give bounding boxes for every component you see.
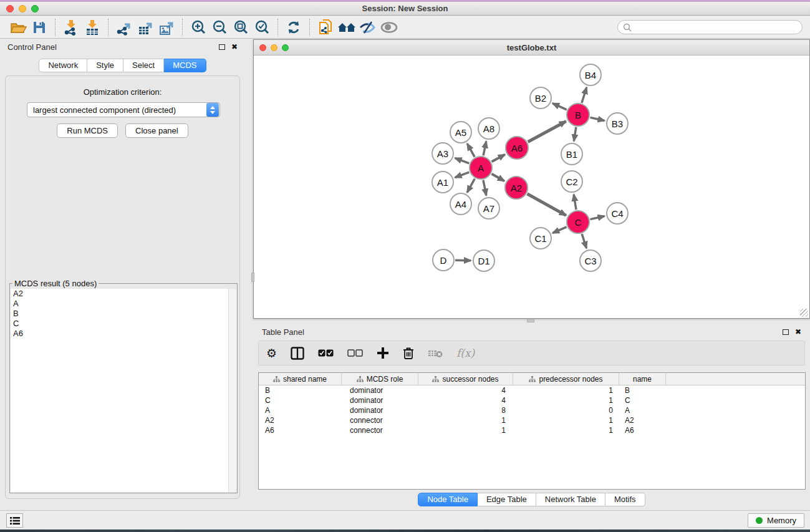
- table-row[interactable]: Cdominator41C: [259, 395, 805, 405]
- graph-edge-A-A4[interactable]: [467, 179, 475, 193]
- minimize-window-button[interactable]: [19, 5, 26, 12]
- task-history-button[interactable]: [6, 513, 23, 528]
- column-header-successor-nodes[interactable]: successor nodes: [418, 373, 513, 385]
- export-table-button[interactable]: [135, 18, 156, 37]
- memory-button[interactable]: Memory: [748, 513, 804, 528]
- graph-node-C3[interactable]: C3: [579, 249, 602, 272]
- graph-node-A2[interactable]: A2: [504, 176, 528, 200]
- result-list-item[interactable]: A6: [11, 329, 236, 339]
- table-row[interactable]: Bdominator41B: [259, 385, 805, 395]
- network-window-titlebar[interactable]: testGlobe.txt: [254, 40, 809, 56]
- tab-node-table[interactable]: Node Table: [418, 493, 478, 506]
- float-table-panel-icon[interactable]: [783, 329, 789, 335]
- save-session-button[interactable]: [29, 18, 50, 37]
- search-input[interactable]: [635, 23, 797, 32]
- unselect-all-columns-icon[interactable]: [347, 349, 363, 357]
- zoom-in-button[interactable]: [188, 18, 209, 37]
- graph-edge-A-A3[interactable]: [455, 158, 470, 163]
- graph-edge-B-B3[interactable]: [591, 117, 605, 120]
- tab-mcds[interactable]: MCDS: [164, 59, 206, 72]
- maximize-network-window-button[interactable]: [282, 44, 289, 51]
- table-row[interactable]: A6connector11A6: [259, 425, 805, 435]
- graph-edge-B-B4[interactable]: [582, 87, 587, 103]
- tab-select[interactable]: Select: [123, 59, 164, 72]
- search-field[interactable]: [617, 20, 803, 34]
- close-panel-button[interactable]: Close panel: [125, 123, 188, 138]
- zoom-selected-button[interactable]: [251, 18, 272, 37]
- graph-edge-A-A6[interactable]: [492, 155, 505, 162]
- table-options-gear-icon[interactable]: ⚙: [266, 347, 277, 359]
- result-list-item[interactable]: B: [11, 309, 236, 319]
- column-header-predecessor-nodes[interactable]: predecessor nodes: [513, 373, 619, 385]
- graph-edge-A-A1[interactable]: [455, 172, 470, 178]
- graph-edge-C-C2[interactable]: [574, 195, 576, 210]
- graph-node-D1[interactable]: D1: [473, 249, 495, 272]
- graph-edge-C-C3[interactable]: [582, 234, 586, 248]
- graph-edge-B-B2[interactable]: [552, 104, 567, 110]
- tab-network-table[interactable]: Network Table: [536, 493, 605, 506]
- delete-columns-icon[interactable]: [403, 347, 414, 360]
- open-session-button[interactable]: [7, 18, 29, 37]
- graph-node-B1[interactable]: B1: [561, 143, 583, 165]
- show-panel-button[interactable]: [378, 18, 400, 37]
- result-list-item[interactable]: A: [11, 299, 236, 309]
- zoom-fit-button[interactable]: [230, 18, 251, 37]
- refresh-button[interactable]: [283, 18, 304, 37]
- column-header-name[interactable]: name: [619, 373, 666, 385]
- close-table-panel-icon[interactable]: ✖: [795, 328, 801, 336]
- home-button[interactable]: [336, 18, 357, 37]
- float-panel-icon[interactable]: [219, 44, 225, 50]
- graph-node-B4[interactable]: B4: [579, 64, 602, 86]
- graph-node-A6[interactable]: A6: [505, 136, 529, 160]
- graph-node-C[interactable]: C: [566, 210, 590, 234]
- criterion-select[interactable]: largest connected component (directed): [27, 102, 220, 117]
- graph-node-A1[interactable]: A1: [432, 171, 454, 193]
- delete-table-icon[interactable]: [428, 349, 443, 358]
- graph-edge-B-B1[interactable]: [574, 127, 576, 142]
- graph-edge-C-C1[interactable]: [552, 227, 566, 233]
- graph-edge-A-A2[interactable]: [491, 174, 504, 181]
- run-mcds-button[interactable]: Run MCDS: [57, 123, 118, 138]
- graph-node-C1[interactable]: C1: [529, 227, 552, 249]
- graph-node-B3[interactable]: B3: [606, 112, 629, 135]
- graph-edge-A2-C[interactable]: [527, 194, 566, 216]
- graph-node-A3[interactable]: A3: [432, 142, 454, 165]
- horizontal-splitter-handle[interactable]: [527, 319, 534, 322]
- graph-edge-A-A8[interactable]: [483, 142, 486, 156]
- show-columns-icon[interactable]: [291, 347, 304, 360]
- result-list-item[interactable]: A2: [11, 289, 236, 299]
- graph-node-C2[interactable]: C2: [561, 170, 583, 193]
- vertical-splitter-handle[interactable]: [251, 273, 254, 282]
- result-list-item[interactable]: C: [11, 319, 236, 329]
- import-table-button[interactable]: [82, 18, 103, 37]
- graph-edge-C-C4[interactable]: [591, 216, 605, 220]
- graph-node-B2[interactable]: B2: [529, 87, 552, 109]
- graph-node-A8[interactable]: A8: [478, 117, 500, 140]
- minimize-network-window-button[interactable]: [271, 44, 277, 51]
- close-network-window-button[interactable]: [259, 44, 266, 51]
- import-network-button[interactable]: [60, 18, 82, 37]
- export-network-button[interactable]: [113, 18, 135, 37]
- hide-panel-button[interactable]: [357, 18, 378, 37]
- close-panel-icon[interactable]: ✖: [231, 43, 238, 51]
- function-builder-icon[interactable]: f(x): [456, 347, 475, 359]
- tab-network[interactable]: Network: [39, 59, 87, 72]
- zoom-out-button[interactable]: [209, 18, 230, 37]
- graph-edge-A6-B[interactable]: [528, 121, 566, 142]
- close-window-button[interactable]: [6, 5, 14, 12]
- column-header-MCDS-role[interactable]: MCDS role: [342, 373, 418, 385]
- export-image-button[interactable]: [156, 18, 177, 37]
- graph-node-C4[interactable]: C4: [606, 202, 629, 225]
- graph-node-A[interactable]: A: [469, 156, 493, 180]
- column-header-shared-name[interactable]: shared name: [259, 373, 342, 385]
- tab-motifs[interactable]: Motifs: [605, 493, 645, 506]
- maximize-window-button[interactable]: [31, 5, 39, 12]
- table-row[interactable]: A2connector11A2: [259, 415, 805, 425]
- window-resize-grip[interactable]: [800, 309, 808, 317]
- tab-edge-table[interactable]: Edge Table: [478, 493, 536, 506]
- duplicate-network-button[interactable]: [315, 18, 336, 37]
- graph-edge-A-A5[interactable]: [467, 143, 475, 157]
- mcds-result-list[interactable]: A2ABCA6: [11, 289, 236, 492]
- graph-node-D[interactable]: D: [432, 249, 455, 271]
- graph-node-A5[interactable]: A5: [450, 121, 472, 143]
